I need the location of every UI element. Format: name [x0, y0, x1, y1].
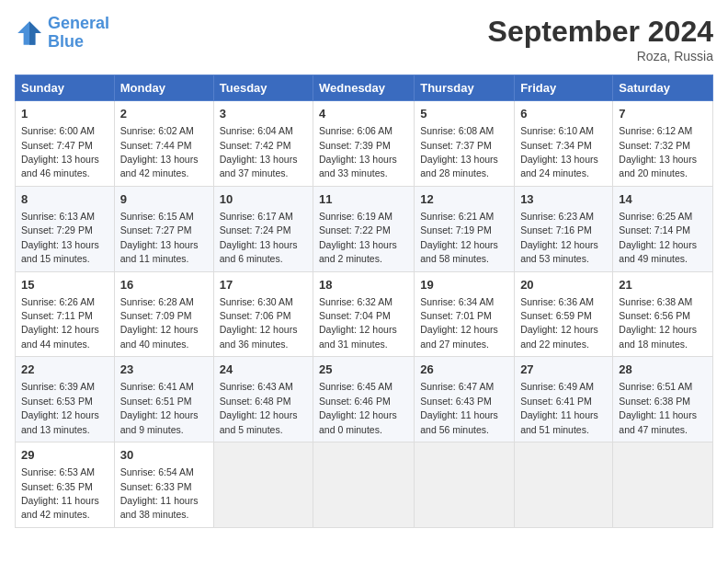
day-info: Sunrise: 6:49 AMSunset: 6:41 PMDaylight:… [520, 381, 598, 434]
day-info: Sunrise: 6:53 AMSunset: 6:35 PMDaylight:… [21, 466, 99, 520]
calendar-day-cell: 30 Sunrise: 6:54 AMSunset: 6:33 PMDaylig… [114, 442, 213, 528]
day-info: Sunrise: 6:21 AMSunset: 7:19 PMDaylight:… [420, 211, 498, 264]
calendar-day-cell: 6 Sunrise: 6:10 AMSunset: 7:34 PMDayligh… [515, 101, 613, 187]
day-info: Sunrise: 6:17 AMSunset: 7:24 PMDaylight:… [220, 211, 298, 264]
day-info: Sunrise: 6:19 AMSunset: 7:22 PMDaylight:… [319, 211, 397, 264]
col-saturday: Saturday [613, 75, 713, 101]
day-info: Sunrise: 6:28 AMSunset: 7:09 PMDaylight:… [120, 296, 199, 350]
day-number: 18 [319, 277, 408, 293]
day-number: 10 [220, 191, 307, 208]
calendar-day-cell: 21 Sunrise: 6:38 AMSunset: 6:56 PMDaylig… [613, 271, 713, 357]
calendar-day-cell: 19 Sunrise: 6:34 AMSunset: 7:01 PMDaylig… [415, 271, 515, 357]
day-number: 19 [420, 277, 508, 293]
day-info: Sunrise: 6:51 AMSunset: 6:38 PMDaylight:… [619, 381, 697, 434]
calendar-header-row: Sunday Monday Tuesday Wednesday Thursday… [16, 75, 713, 101]
day-info: Sunrise: 6:45 AMSunset: 6:46 PMDaylight:… [319, 381, 397, 434]
day-number: 29 [21, 447, 108, 464]
day-number: 25 [319, 362, 408, 378]
day-number: 9 [120, 191, 208, 208]
calendar-day-cell: 20 Sunrise: 6:36 AMSunset: 6:59 PMDaylig… [515, 271, 613, 357]
calendar-day-cell: 25 Sunrise: 6:45 AMSunset: 6:46 PMDaylig… [313, 357, 415, 442]
day-info: Sunrise: 6:06 AMSunset: 7:39 PMDaylight:… [319, 125, 397, 178]
day-number: 21 [619, 277, 707, 293]
calendar-day-cell: 26 Sunrise: 6:47 AMSunset: 6:43 PMDaylig… [415, 357, 515, 442]
calendar-day-cell: 14 Sunrise: 6:25 AMSunset: 7:14 PMDaylig… [613, 186, 713, 271]
day-number: 27 [520, 362, 607, 378]
calendar-day-cell: 10 Sunrise: 6:17 AMSunset: 7:24 PMDaylig… [213, 186, 313, 271]
location-subtitle: Roza, Russia [488, 49, 713, 63]
col-tuesday: Tuesday [213, 75, 313, 101]
day-number: 4 [319, 106, 408, 122]
calendar-day-cell: 9 Sunrise: 6:15 AMSunset: 7:27 PMDayligh… [114, 186, 213, 271]
calendar-week-row: 15 Sunrise: 6:26 AMSunset: 7:11 PMDaylig… [16, 271, 713, 357]
calendar-week-row: 22 Sunrise: 6:39 AMSunset: 6:53 PMDaylig… [16, 357, 713, 442]
day-info: Sunrise: 6:00 AMSunset: 7:47 PMDaylight:… [21, 125, 99, 178]
empty-cell [415, 442, 515, 528]
day-number: 3 [220, 106, 307, 122]
col-sunday: Sunday [16, 75, 115, 101]
day-info: Sunrise: 6:13 AMSunset: 7:29 PMDaylight:… [21, 211, 99, 264]
day-number: 6 [520, 106, 607, 122]
calendar-day-cell: 24 Sunrise: 6:43 AMSunset: 6:48 PMDaylig… [213, 357, 313, 442]
day-number: 8 [21, 191, 108, 208]
day-number: 24 [220, 362, 307, 378]
day-number: 5 [420, 106, 508, 122]
col-monday: Monday [114, 75, 213, 101]
day-number: 2 [120, 106, 208, 122]
day-info: Sunrise: 6:43 AMSunset: 6:48 PMDaylight:… [220, 381, 298, 434]
day-info: Sunrise: 6:02 AMSunset: 7:44 PMDaylight:… [120, 125, 199, 178]
day-number: 17 [220, 277, 307, 293]
calendar-day-cell: 15 Sunrise: 6:26 AMSunset: 7:11 PMDaylig… [16, 271, 115, 357]
calendar-day-cell: 23 Sunrise: 6:41 AMSunset: 6:51 PMDaylig… [114, 357, 213, 442]
calendar-week-row: 1 Sunrise: 6:00 AMSunset: 7:47 PMDayligh… [16, 101, 713, 187]
calendar-day-cell: 11 Sunrise: 6:19 AMSunset: 7:22 PMDaylig… [313, 186, 415, 271]
calendar-table: Sunday Monday Tuesday Wednesday Thursday… [15, 75, 713, 528]
calendar-day-cell: 1 Sunrise: 6:00 AMSunset: 7:47 PMDayligh… [16, 101, 115, 187]
day-info: Sunrise: 6:12 AMSunset: 7:32 PMDaylight:… [619, 125, 697, 178]
day-info: Sunrise: 6:41 AMSunset: 6:51 PMDaylight:… [120, 381, 199, 434]
day-number: 23 [120, 362, 208, 378]
col-thursday: Thursday [415, 75, 515, 101]
day-info: Sunrise: 6:54 AMSunset: 6:33 PMDaylight:… [120, 466, 199, 520]
day-number: 20 [520, 277, 607, 293]
calendar-day-cell: 22 Sunrise: 6:39 AMSunset: 6:53 PMDaylig… [16, 357, 115, 442]
day-number: 12 [420, 191, 508, 208]
calendar-day-cell: 17 Sunrise: 6:30 AMSunset: 7:06 PMDaylig… [213, 271, 313, 357]
day-info: Sunrise: 6:47 AMSunset: 6:43 PMDaylight:… [420, 381, 498, 434]
svg-marker-1 [29, 21, 41, 45]
day-number: 15 [21, 277, 108, 293]
day-info: Sunrise: 6:23 AMSunset: 7:16 PMDaylight:… [520, 211, 598, 264]
empty-cell [213, 442, 313, 528]
day-number: 22 [21, 362, 108, 378]
calendar-day-cell: 3 Sunrise: 6:04 AMSunset: 7:42 PMDayligh… [213, 101, 313, 187]
day-number: 30 [120, 447, 208, 464]
logo-text: General Blue [48, 15, 109, 52]
day-info: Sunrise: 6:34 AMSunset: 7:01 PMDaylight:… [420, 296, 498, 350]
col-friday: Friday [515, 75, 613, 101]
calendar-day-cell: 28 Sunrise: 6:51 AMSunset: 6:38 PMDaylig… [613, 357, 713, 442]
calendar-day-cell: 2 Sunrise: 6:02 AMSunset: 7:44 PMDayligh… [114, 101, 213, 187]
calendar-day-cell: 12 Sunrise: 6:21 AMSunset: 7:19 PMDaylig… [415, 186, 515, 271]
day-info: Sunrise: 6:10 AMSunset: 7:34 PMDaylight:… [520, 125, 598, 178]
calendar-day-cell: 29 Sunrise: 6:53 AMSunset: 6:35 PMDaylig… [16, 442, 115, 528]
day-info: Sunrise: 6:08 AMSunset: 7:37 PMDaylight:… [420, 125, 498, 178]
col-wednesday: Wednesday [313, 75, 415, 101]
empty-cell [515, 442, 613, 528]
page-header: General Blue September 2024 Roza, Russia [15, 15, 713, 63]
day-info: Sunrise: 6:32 AMSunset: 7:04 PMDaylight:… [319, 296, 397, 350]
calendar-day-cell: 13 Sunrise: 6:23 AMSunset: 7:16 PMDaylig… [515, 186, 613, 271]
calendar-day-cell: 16 Sunrise: 6:28 AMSunset: 7:09 PMDaylig… [114, 271, 213, 357]
day-number: 16 [120, 277, 208, 293]
month-title: September 2024 [488, 15, 713, 49]
calendar-day-cell: 18 Sunrise: 6:32 AMSunset: 7:04 PMDaylig… [313, 271, 415, 357]
day-number: 14 [619, 191, 707, 208]
day-number: 11 [319, 191, 408, 208]
day-info: Sunrise: 6:39 AMSunset: 6:53 PMDaylight:… [21, 381, 99, 434]
calendar-day-cell: 7 Sunrise: 6:12 AMSunset: 7:32 PMDayligh… [613, 101, 713, 187]
calendar-week-row: 8 Sunrise: 6:13 AMSunset: 7:29 PMDayligh… [16, 186, 713, 271]
calendar-day-cell: 8 Sunrise: 6:13 AMSunset: 7:29 PMDayligh… [16, 186, 115, 271]
day-info: Sunrise: 6:36 AMSunset: 6:59 PMDaylight:… [520, 296, 598, 350]
empty-cell [613, 442, 713, 528]
calendar-day-cell: 4 Sunrise: 6:06 AMSunset: 7:39 PMDayligh… [313, 101, 415, 187]
day-number: 1 [21, 106, 108, 122]
